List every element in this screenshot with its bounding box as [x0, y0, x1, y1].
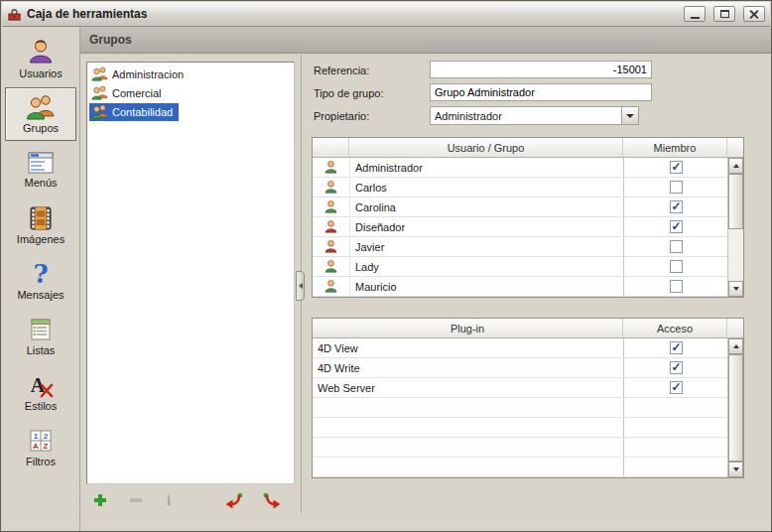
sidebar-item-label: Usuarios	[19, 67, 62, 79]
propietario-combobox[interactable]: Administrador	[430, 106, 639, 125]
group-name: Comercial	[112, 87, 162, 99]
member-checkbox[interactable]	[670, 260, 683, 273]
member-checkbox[interactable]	[670, 220, 683, 233]
remove-group-button[interactable]	[128, 492, 144, 508]
sidebar-item-imagenes[interactable]: Imágenes	[5, 199, 76, 252]
plugin-row[interactable]: Web Server	[313, 378, 727, 398]
add-group-button[interactable]	[92, 492, 108, 508]
svg-text:?: ?	[33, 261, 48, 287]
chevron-down-icon[interactable]	[621, 107, 638, 124]
menus-icon	[27, 151, 55, 175]
grupos-icon	[26, 94, 56, 120]
user-group-column-header[interactable]: Usuario / Grupo	[349, 138, 623, 157]
remove-icon	[128, 492, 144, 508]
member-checkbox[interactable]	[670, 280, 683, 293]
member-checkbox[interactable]	[670, 200, 683, 213]
window-title: Caja de herramientas	[27, 7, 676, 21]
sidebar-item-label: Estilos	[25, 400, 57, 412]
header-filler	[727, 138, 743, 157]
usuarios-icon	[27, 38, 55, 66]
group-list-item[interactable]: Administracion	[87, 65, 294, 83]
scroll-up-icon[interactable]	[728, 338, 743, 354]
group-icon	[91, 85, 108, 100]
sidebar-item-label: Mensajes	[17, 289, 64, 301]
svg-text:2: 2	[44, 432, 49, 441]
plugins-rows: 4D View4D WriteWeb Server	[313, 338, 727, 477]
tipo-grupo-field[interactable]	[430, 83, 652, 101]
members-table-header: Usuario / Grupo Miembro	[313, 138, 743, 158]
sidebar-item-usuarios[interactable]: Usuarios	[5, 32, 76, 85]
plugin-checkbox[interactable]	[670, 381, 683, 394]
plugin-row[interactable]: 4D View	[313, 338, 727, 358]
sidebar: UsuariosGruposMenúsImágenes?MensajesList…	[2, 27, 80, 532]
sidebar-item-grupos[interactable]: Grupos	[5, 87, 76, 141]
titlebar[interactable]: Caja de herramientas	[2, 2, 770, 27]
group-list-item[interactable]: Comercial	[87, 83, 294, 102]
member-name: Javier	[349, 237, 623, 256]
plugin-name: Web Server	[313, 378, 623, 397]
sidebar-item-filtros[interactable]: 12AZFiltros	[5, 421, 76, 474]
referencia-field[interactable]	[430, 61, 652, 78]
export-group-button[interactable]	[263, 492, 283, 509]
sidebar-item-estilos[interactable]: AEstilos	[5, 365, 76, 419]
plugin-checkbox[interactable]	[670, 341, 683, 354]
plugins-scroll-thumb[interactable]	[728, 354, 743, 462]
group-list[interactable]: AdministracionComercialContabilidad	[86, 62, 295, 484]
imagenes-icon	[28, 205, 54, 231]
members-scrollbar[interactable]	[727, 158, 743, 297]
members-table: Usuario / Grupo Miembro AdministradorCar…	[312, 137, 744, 298]
member-name: Mauricio	[349, 277, 623, 296]
miembro-column-header[interactable]: Miembro	[623, 138, 727, 157]
sidebar-item-label: Menús	[24, 177, 57, 189]
members-scroll-track[interactable]	[728, 174, 743, 281]
export-arrow-icon	[263, 492, 283, 509]
member-row[interactable]: Administrador	[313, 158, 727, 178]
group-icon	[91, 104, 108, 119]
member-checkbox[interactable]	[670, 240, 683, 253]
scroll-down-icon[interactable]	[728, 281, 743, 297]
referencia-label: Referencia:	[314, 62, 369, 79]
member-row[interactable]: Javier	[313, 237, 727, 257]
minimize-button[interactable]	[684, 6, 706, 22]
sidebar-item-label: Listas	[27, 344, 56, 356]
member-checkbox[interactable]	[670, 181, 683, 194]
person-red-icon	[323, 219, 338, 234]
maximize-icon	[720, 10, 729, 18]
member-checkbox[interactable]	[670, 161, 683, 174]
member-row[interactable]: Lady	[313, 257, 727, 277]
toolbox-window: Caja de herramientas UsuariosGruposMenús…	[0, 0, 772, 532]
plugins-scrollbar[interactable]	[727, 338, 743, 477]
acceso-column-header[interactable]: Acceso	[623, 319, 727, 337]
filtros-icon: 12AZ	[28, 428, 54, 454]
scroll-down-icon[interactable]	[728, 462, 743, 477]
member-row[interactable]: Carlos	[313, 178, 727, 198]
member-row[interactable]: Diseñador	[313, 217, 727, 237]
icon-column-header[interactable]	[313, 138, 349, 157]
close-button[interactable]	[743, 6, 765, 22]
sidebar-item-menus[interactable]: Menús	[5, 143, 76, 197]
member-row[interactable]: Mauricio	[313, 277, 727, 297]
scroll-up-icon[interactable]	[728, 158, 743, 174]
propietario-value: Administrador	[431, 107, 621, 124]
maximize-button[interactable]	[713, 6, 735, 22]
group-info-button[interactable]: i	[164, 492, 174, 508]
member-row[interactable]: Carolina	[313, 198, 727, 217]
plugins-table: Plug-in Acceso 4D View4D WriteWeb Server	[312, 318, 744, 478]
sidebar-item-label: Grupos	[23, 122, 59, 134]
member-name: Carolina	[349, 198, 623, 216]
plugin-empty-row	[313, 438, 727, 458]
group-list-item[interactable]: Contabilidad	[87, 102, 294, 121]
sidebar-item-listas[interactable]: Listas	[5, 310, 76, 363]
plugin-column-header[interactable]: Plug-in	[313, 319, 623, 337]
import-group-button[interactable]	[223, 492, 243, 509]
svg-text:Z: Z	[44, 442, 49, 451]
plugin-checkbox[interactable]	[670, 361, 683, 374]
group-name: Administracion	[112, 68, 184, 80]
page-title: Grupos	[89, 33, 132, 47]
sidebar-item-mensajes[interactable]: ?Mensajes	[5, 254, 76, 308]
plugin-row[interactable]: 4D Write	[313, 358, 727, 378]
plugins-scroll-track[interactable]	[728, 354, 743, 462]
panel-splitter[interactable]	[296, 271, 305, 301]
estilos-icon: A	[28, 372, 54, 398]
members-scroll-thumb[interactable]	[728, 174, 743, 229]
